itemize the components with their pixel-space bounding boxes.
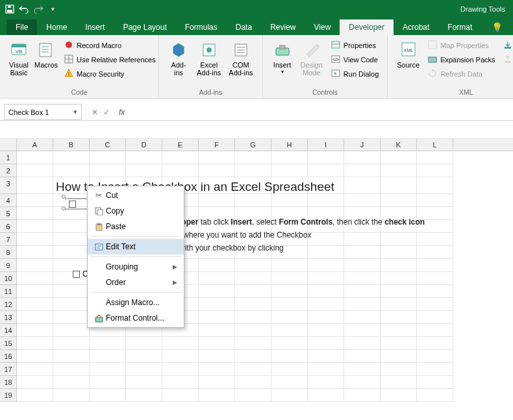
cell[interactable] xyxy=(271,350,308,363)
cell[interactable] xyxy=(17,376,53,389)
cell[interactable] xyxy=(53,363,90,376)
view-code-button[interactable]: </>View Code xyxy=(329,53,381,66)
cell[interactable] xyxy=(271,389,308,402)
cell[interactable] xyxy=(308,246,344,259)
name-box[interactable]: Check Box 1 ▾ xyxy=(4,104,82,120)
row-header[interactable]: 17 xyxy=(0,363,17,376)
cell[interactable] xyxy=(381,246,417,259)
cell[interactable] xyxy=(417,337,453,350)
ctx-paste[interactable]: Paste xyxy=(88,219,184,234)
cell[interactable] xyxy=(271,298,308,311)
cell[interactable] xyxy=(17,220,53,233)
col-header-D[interactable]: D xyxy=(126,139,162,151)
cell[interactable] xyxy=(235,324,271,337)
customize-qat-icon[interactable]: ▾ xyxy=(47,3,58,15)
cell[interactable] xyxy=(271,246,308,259)
cell[interactable] xyxy=(344,311,381,324)
col-header-H[interactable]: H xyxy=(271,139,308,151)
ctx-format-control[interactable]: Format Control... xyxy=(88,310,184,326)
cell[interactable] xyxy=(417,272,453,285)
cell[interactable] xyxy=(199,350,235,363)
cell[interactable] xyxy=(308,311,344,324)
cell[interactable] xyxy=(417,177,453,194)
cell[interactable] xyxy=(417,259,453,272)
cell[interactable] xyxy=(53,207,90,220)
row-header[interactable]: 13 xyxy=(0,311,17,324)
cell[interactable] xyxy=(162,376,199,389)
cell[interactable] xyxy=(417,311,453,324)
row-header[interactable]: 7 xyxy=(0,233,17,246)
cancel-icon[interactable]: ✕ xyxy=(92,108,98,117)
cell[interactable] xyxy=(235,246,271,259)
source-button[interactable]: XMLSource xyxy=(393,38,423,70)
tab-data[interactable]: Data xyxy=(227,19,261,35)
cell[interactable] xyxy=(417,207,453,220)
cell[interactable] xyxy=(53,324,90,337)
cell[interactable] xyxy=(199,363,235,376)
cell[interactable] xyxy=(90,164,126,177)
cell[interactable] xyxy=(308,207,344,220)
cell[interactable] xyxy=(53,151,90,164)
cell[interactable] xyxy=(17,363,53,376)
cell[interactable] xyxy=(308,233,344,246)
cell[interactable] xyxy=(271,363,308,376)
col-header-G[interactable]: G xyxy=(235,139,271,151)
cell[interactable] xyxy=(381,324,417,337)
com-addins-button[interactable]: COM Add-ins xyxy=(225,38,256,78)
cell[interactable] xyxy=(271,164,308,177)
row-header[interactable]: 11 xyxy=(0,285,17,298)
cell[interactable] xyxy=(17,259,53,272)
import-button[interactable]: Import xyxy=(501,39,513,52)
cell[interactable] xyxy=(53,246,90,259)
cell[interactable] xyxy=(199,298,235,311)
cell[interactable] xyxy=(308,151,344,164)
visual-basic-button[interactable]: VB Visual Basic xyxy=(5,38,32,78)
cell[interactable] xyxy=(344,337,381,350)
cell[interactable] xyxy=(162,337,199,350)
cell[interactable] xyxy=(344,164,381,177)
cell[interactable] xyxy=(271,272,308,285)
cell[interactable] xyxy=(17,164,53,177)
cell[interactable] xyxy=(17,350,53,363)
cell[interactable] xyxy=(308,337,344,350)
cell[interactable] xyxy=(53,311,90,324)
cell[interactable] xyxy=(271,324,308,337)
properties-button[interactable]: Properties xyxy=(329,39,381,52)
cell[interactable] xyxy=(199,151,235,164)
insert-control-button[interactable]: Insert▾ xyxy=(268,38,297,76)
cell[interactable] xyxy=(344,194,381,207)
cell[interactable] xyxy=(344,324,381,337)
use-relative-refs-button[interactable]: Use Relative References xyxy=(62,53,158,66)
cell[interactable] xyxy=(381,337,417,350)
cell[interactable] xyxy=(53,164,90,177)
cell[interactable] xyxy=(271,259,308,272)
cell[interactable] xyxy=(235,350,271,363)
row-header[interactable]: 3 xyxy=(0,177,17,194)
cell[interactable] xyxy=(17,285,53,298)
redo-icon[interactable] xyxy=(32,3,44,15)
cell[interactable] xyxy=(199,259,235,272)
cell[interactable] xyxy=(381,311,417,324)
cell[interactable] xyxy=(199,164,235,177)
cell[interactable] xyxy=(90,337,126,350)
cell[interactable] xyxy=(417,246,453,259)
cell[interactable] xyxy=(235,363,271,376)
cell[interactable] xyxy=(308,389,344,402)
row-header[interactable]: 8 xyxy=(0,246,17,259)
cell[interactable] xyxy=(381,233,417,246)
cell[interactable] xyxy=(344,363,381,376)
col-header-K[interactable]: K xyxy=(381,139,417,151)
cell[interactable] xyxy=(235,376,271,389)
cell[interactable] xyxy=(308,324,344,337)
cell[interactable] xyxy=(417,376,453,389)
save-icon[interactable] xyxy=(4,3,16,15)
tab-review[interactable]: Review xyxy=(261,19,305,35)
cell[interactable] xyxy=(271,285,308,298)
tab-format[interactable]: Format xyxy=(438,19,481,35)
cell[interactable] xyxy=(344,285,381,298)
cell[interactable] xyxy=(381,207,417,220)
row-header[interactable]: 4 xyxy=(0,194,17,207)
cell[interactable] xyxy=(308,350,344,363)
undo-icon[interactable] xyxy=(18,3,30,15)
cell[interactable] xyxy=(199,337,235,350)
